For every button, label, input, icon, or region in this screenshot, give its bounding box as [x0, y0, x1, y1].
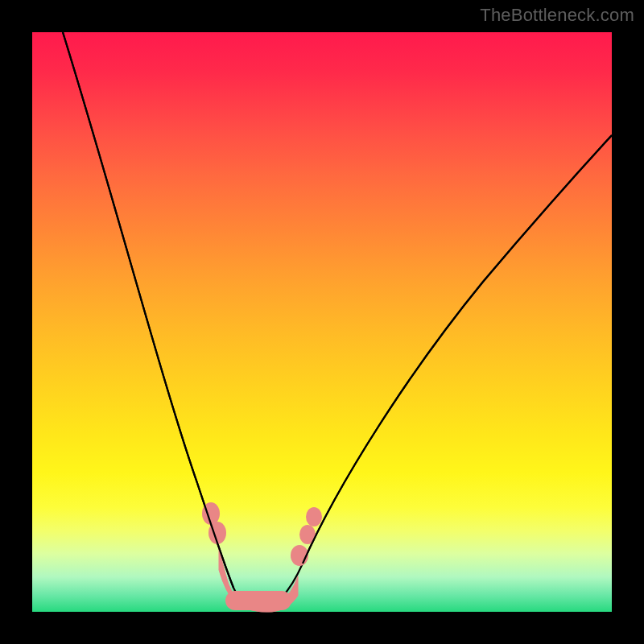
svg-point-5	[306, 507, 322, 526]
watermark-text: TheBottleneck.com	[480, 5, 634, 26]
chart-plot-area	[32, 32, 612, 612]
svg-rect-2	[225, 591, 291, 610]
bottleneck-curve	[63, 32, 612, 609]
bottleneck-curve-overlay	[63, 32, 612, 588]
chart-svg	[32, 32, 612, 612]
optimal-band	[202, 502, 322, 612]
outer-frame: TheBottleneck.com	[0, 0, 644, 644]
